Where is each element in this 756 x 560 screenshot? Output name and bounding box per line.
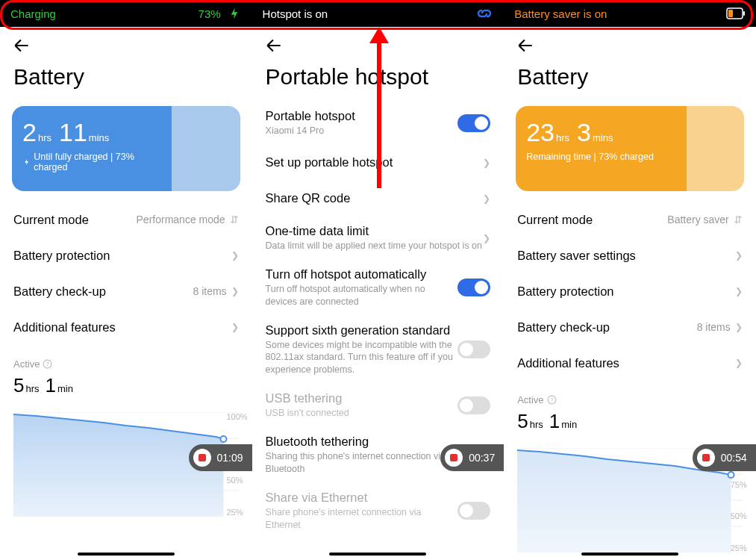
stop-record-icon[interactable] — [193, 449, 211, 467]
chevron-right-icon: ❯ — [231, 286, 239, 296]
help-icon[interactable]: ? — [547, 395, 557, 405]
item-subtitle: Share phone's internet connection via Et… — [266, 506, 458, 532]
updown-icon: ⇵ — [734, 214, 743, 225]
card-hrs-u: hrs — [38, 132, 51, 143]
phone-1-battery-charging: Charging 73% Battery 2 hrs 11 mins Until… — [0, 0, 252, 560]
trail-text: 8 items — [697, 321, 731, 333]
svg-rect-11 — [728, 10, 733, 17]
stop-record-icon[interactable] — [445, 449, 463, 467]
active-min-u: min — [57, 383, 73, 394]
list-item[interactable]: Battery protection❯ — [0, 237, 252, 273]
status-text: Battery saver is on — [514, 7, 726, 20]
item-title: USB tethering — [266, 391, 458, 405]
back-button[interactable] — [504, 27, 756, 61]
item-subtitle: Turn off hotspot automatically when no d… — [266, 283, 458, 308]
chevron-right-icon: ❯ — [231, 322, 239, 332]
item-title: Set up portable hotspot — [266, 155, 484, 169]
item-subtitle: USB isn't connected — [266, 407, 458, 420]
item-title: Support sixth generation standard — [266, 323, 458, 337]
back-button[interactable] — [0, 27, 252, 61]
toggle[interactable] — [457, 114, 490, 132]
hotspot-link-icon — [475, 4, 493, 22]
item-title: Battery check-up — [13, 284, 193, 299]
list-item[interactable]: Additional features❯ — [504, 345, 756, 381]
home-indicator[interactable] — [329, 553, 426, 556]
active-min-n: 1 — [46, 374, 56, 397]
list-item[interactable]: USB tetheringUSB isn't connected — [252, 384, 504, 427]
page-title: Portable hotspot — [252, 61, 504, 102]
item-title: One-time data limit — [266, 224, 484, 238]
svg-rect-10 — [743, 11, 745, 16]
list-item[interactable]: Battery check-up8 items❯ — [504, 309, 756, 345]
svg-point-8 — [220, 436, 226, 442]
list-item[interactable]: Battery protection❯ — [504, 273, 756, 309]
chevron-right-icon: ❯ — [483, 193, 490, 204]
chevron-right-icon: ❯ — [735, 322, 743, 332]
ylabel: 50% — [226, 476, 247, 485]
list-item[interactable]: Set up portable hotspot❯ — [252, 145, 504, 181]
active-hrs-u: hrs — [530, 419, 543, 430]
list-item[interactable]: One-time data limitData limit will be ap… — [252, 217, 504, 260]
list-item[interactable]: Support sixth generation standardSome de… — [252, 316, 504, 385]
page-title: Battery — [0, 61, 252, 102]
card-hrs-n: 2 — [22, 118, 37, 147]
ylabel: 25% — [226, 508, 247, 517]
active-min-n: 1 — [549, 410, 560, 433]
chevron-right-icon: ❯ — [735, 286, 743, 296]
list-item[interactable]: Additional features❯ — [0, 309, 252, 345]
toggle[interactable] — [457, 279, 490, 296]
active-min-u: min — [561, 419, 577, 430]
svg-text:?: ? — [46, 361, 49, 367]
toggle — [457, 502, 490, 520]
record-time: 00:54 — [721, 452, 747, 464]
item-title: Battery saver settings — [517, 249, 735, 263]
card-hrs-u: hrs — [556, 132, 569, 143]
status-bar: Battery saver is on — [504, 0, 756, 27]
screen-record-pill[interactable]: 01:09 — [189, 444, 252, 471]
list-item[interactable]: Battery check-up8 items❯ — [0, 273, 252, 309]
item-title: Battery protection — [13, 249, 231, 263]
toggle — [457, 396, 490, 414]
bolt-icon — [227, 6, 242, 21]
active-hrs-n: 5 — [517, 410, 528, 433]
battery-chart[interactable]: 100% 75% 50% 25% — [0, 412, 252, 532]
list-item[interactable]: Share via EthernetShare phone's internet… — [252, 483, 504, 539]
list-item[interactable]: Current modePerformance mode⇵ — [0, 202, 252, 237]
charge-card[interactable]: 2 hrs 11 mins Until fully charged | 73% … — [12, 106, 240, 191]
list-item[interactable]: Current modeBattery saver⇵ — [504, 202, 756, 237]
card-subtitle: Remaining time | 73% charged — [526, 152, 654, 162]
active-label: Active — [517, 394, 543, 405]
remaining-card[interactable]: 23 hrs 3 mins Remaining time | 73% charg… — [516, 106, 744, 191]
trail-text: Battery saver — [667, 214, 728, 225]
screen-record-pill[interactable]: 00:54 — [693, 444, 756, 471]
list-item[interactable]: Portable hotspotXiaomi 14 Pro — [252, 102, 504, 145]
phone-2-hotspot: Hotspot is on Portable hotspot Portable … — [252, 0, 504, 560]
phone-3-battery-saver: Battery saver is on Battery 23 hrs 3 min… — [504, 0, 756, 560]
back-button[interactable] — [252, 27, 504, 61]
card-subtitle: Until fully charged | 73% charged — [34, 152, 161, 172]
list-item[interactable]: Battery saver settings❯ — [504, 237, 756, 273]
item-title: Current mode — [13, 213, 137, 227]
status-bar: Charging 73% — [0, 0, 252, 27]
home-indicator[interactable] — [78, 553, 175, 556]
list-item[interactable]: Share QR code❯ — [252, 181, 504, 217]
toggle[interactable] — [457, 340, 490, 358]
record-time: 01:09 — [217, 452, 243, 464]
card-hrs-n: 23 — [526, 118, 554, 147]
ylabel: 25% — [731, 544, 752, 553]
stop-record-icon[interactable] — [697, 449, 715, 467]
back-arrow-icon — [264, 36, 284, 55]
home-indicator[interactable] — [581, 553, 678, 556]
battery-pct: 73% — [199, 7, 221, 20]
status-text: Hotspot is on — [263, 7, 476, 20]
item-title: Bluetooth tethering — [266, 435, 458, 449]
list-item[interactable]: Turn off hotspot automaticallyTurn off h… — [252, 260, 504, 316]
item-subtitle: Data limit will be applied next time you… — [266, 240, 484, 252]
svg-text:?: ? — [550, 396, 553, 403]
card-min-u: mins — [89, 132, 109, 143]
item-title: Battery check-up — [517, 320, 696, 335]
screen-record-pill[interactable]: 00:37 — [440, 444, 504, 471]
ylabel: 50% — [731, 511, 752, 520]
help-icon[interactable]: ? — [43, 359, 52, 369]
status-text: Charging — [10, 7, 199, 20]
